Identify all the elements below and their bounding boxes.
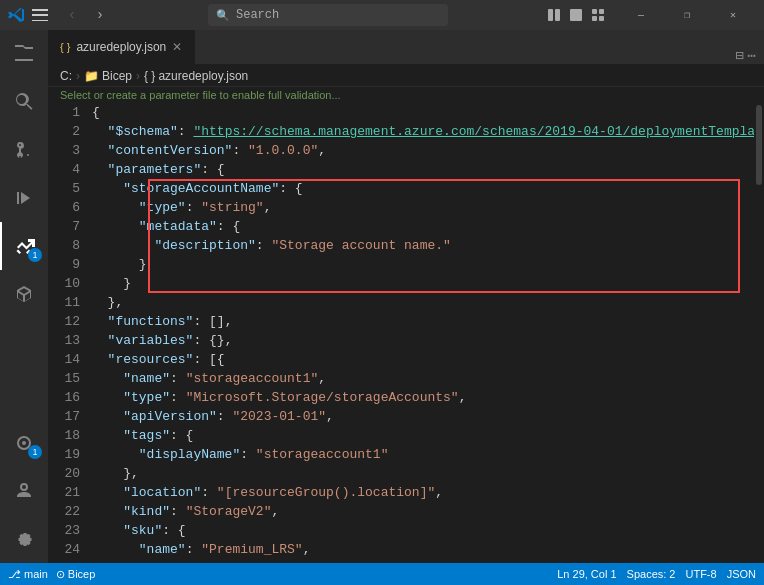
svg-rect-4 [599,9,604,14]
activity-item-bicep[interactable] [0,270,48,318]
tab-file-icon: { } [60,41,70,53]
code-line: "metadata": { [88,217,754,236]
title-bar-left: ‹ › [0,3,120,27]
tab-bar: { } azuredeploy.json ✕ ⊟ ⋯ [48,30,764,65]
layout-grid-icon[interactable] [588,5,608,25]
folder-icon: 📁 [84,69,99,83]
hamburger-menu-icon[interactable] [32,9,48,21]
code-line: }, [88,464,754,483]
status-spaces[interactable]: Spaces: 2 [627,568,676,580]
code-line: "apiVersion": "2023-01-01", [88,407,754,426]
vscode-logo-icon [8,7,24,23]
code-line: "tier": "Premium" [88,559,754,563]
code-line: "name": "Premium_LRS", [88,540,754,559]
status-language[interactable]: JSON [727,568,756,580]
svg-rect-0 [548,9,553,21]
status-bar: ⎇ main ⊙ Bicep Ln 29, Col 1 Spaces: 2 UT… [0,563,764,585]
code-line: }, [88,293,754,312]
activity-item-account[interactable] [0,467,48,515]
info-bar: Select or create a parameter file to ena… [48,87,764,103]
code-line: "name": "storageaccount1", [88,369,754,388]
title-nav: ‹ › [60,3,112,27]
svg-rect-3 [592,9,597,14]
code-line: "description": "Storage account name." [88,236,754,255]
search-magnifier-icon: 🔍 [216,9,230,22]
remote-badge: 1 [28,445,42,459]
code-line: "variables": {}, [88,331,754,350]
json-file-icon: { } [144,69,155,83]
title-bar-right: — ❐ ✕ [536,0,764,30]
code-line: } [88,255,754,274]
code-line: "parameters": { [88,160,754,179]
svg-rect-1 [555,9,560,21]
extensions-badge: 1 [28,248,42,262]
status-encoding[interactable]: UTF-8 [685,568,716,580]
minimize-button[interactable]: — [618,0,664,30]
code-area[interactable]: { "$schema": "https://schema.management.… [88,103,754,563]
status-bicep[interactable]: ⊙ Bicep [56,568,96,581]
language-label: JSON [727,568,756,580]
svg-rect-2 [570,9,582,21]
editor-content[interactable]: 1234567891011121314151617181920212223242… [48,103,764,563]
layout-split-icon[interactable] [544,5,564,25]
breadcrumb: C: › 📁 Bicep › { } azuredeploy.json [48,65,764,87]
status-right: Ln 29, Col 1 Spaces: 2 UTF-8 JSON [557,568,756,580]
code-line: "storageAccountName": { [88,179,754,198]
main-area: 1 1 { } [0,30,764,563]
code-line: } [88,274,754,293]
code-line: "contentVersion": "1.0.0.0", [88,141,754,160]
cursor-position: Ln 29, Col 1 [557,568,616,580]
status-bicep-label: Bicep [68,568,96,580]
more-actions-button[interactable]: ⋯ [748,47,756,64]
status-branch[interactable]: ⎇ main [8,568,48,581]
nav-back-button[interactable]: ‹ [60,3,84,27]
tab-close-button[interactable]: ✕ [172,40,182,54]
code-line: { [88,103,754,122]
title-bar: ‹ › 🔍 Search [0,0,764,30]
branch-icon: ⎇ [8,568,21,581]
status-cursor[interactable]: Ln 29, Col 1 [557,568,616,580]
encoding-label: UTF-8 [685,568,716,580]
svg-rect-5 [592,16,597,21]
code-line: "sku": { [88,521,754,540]
vertical-scrollbar[interactable] [754,103,764,563]
activity-item-run[interactable] [0,174,48,222]
breadcrumb-file[interactable]: { } azuredeploy.json [144,69,248,83]
editor-area: { } azuredeploy.json ✕ ⊟ ⋯ C: › 📁 Bicep … [48,30,764,563]
status-left: ⎇ main ⊙ Bicep [8,568,95,581]
breadcrumb-folder[interactable]: 📁 Bicep [84,69,132,83]
activity-item-search[interactable] [0,78,48,126]
search-input[interactable]: 🔍 Search [208,4,448,26]
activity-item-extensions[interactable]: 1 [0,222,48,270]
spaces-label: Spaces: 2 [627,568,676,580]
svg-rect-6 [599,16,604,21]
status-branch-label: main [24,568,48,580]
activity-item-source-control[interactable] [0,126,48,174]
layout-single-icon[interactable] [566,5,586,25]
search-bar: 🔍 Search [120,4,536,26]
close-button[interactable]: ✕ [710,0,756,30]
activity-item-settings[interactable] [0,515,48,563]
tab-label: azuredeploy.json [76,40,166,54]
tab-bar-actions: ⊟ ⋯ [727,47,764,64]
activity-item-remote[interactable]: 1 [0,419,48,467]
code-line: "location": "[resourceGroup().location]"… [88,483,754,502]
svg-point-7 [22,441,26,445]
code-line: "resources": [{ [88,350,754,369]
search-placeholder: Search [236,8,279,22]
code-line: "kind": "StorageV2", [88,502,754,521]
info-text: Select or create a parameter file to ena… [60,89,341,101]
activity-item-explorer[interactable] [0,30,48,78]
code-line: "type": "string", [88,198,754,217]
scrollbar-thumb[interactable] [756,105,762,185]
tab-azuredeploy[interactable]: { } azuredeploy.json ✕ [48,30,195,64]
breadcrumb-drive[interactable]: C: [60,69,72,83]
code-line: "functions": [], [88,312,754,331]
split-editor-button[interactable]: ⊟ [735,47,743,64]
code-line: "type": "Microsoft.Storage/storageAccoun… [88,388,754,407]
bicep-status-icon: ⊙ [56,568,65,581]
window-controls: — ❐ ✕ [618,0,756,30]
code-line: "tags": { [88,426,754,445]
nav-forward-button[interactable]: › [88,3,112,27]
maximize-button[interactable]: ❐ [664,0,710,30]
